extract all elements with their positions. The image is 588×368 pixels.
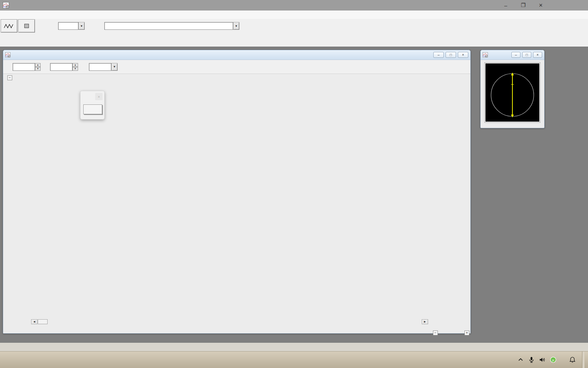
avg-input[interactable] — [58, 22, 78, 30]
spectrum-maximize-icon[interactable]: □ — [446, 52, 456, 58]
collapse-plot-icon[interactable]: − — [7, 75, 12, 80]
phase-scope-display — [485, 63, 540, 122]
stereo-scope-window: SC – □ × — [480, 50, 545, 128]
svg-text:µ: µ — [552, 358, 554, 362]
stop-dialog-stop-button[interactable] — [83, 104, 102, 114]
microphone-icon[interactable] — [528, 356, 535, 363]
transport-toolbar: ▼ ▼ — [0, 19, 588, 33]
svg-text:SC: SC — [485, 55, 487, 57]
svg-text:SC: SC — [8, 55, 10, 57]
spectrum-minimize-icon[interactable]: – — [433, 52, 444, 58]
avg-dropdown-arrow-icon[interactable]: ▼ — [78, 22, 85, 30]
show-desktop-button[interactable] — [582, 352, 584, 368]
taskbar: µ — [0, 351, 588, 368]
stop-square-icon — [21, 23, 32, 29]
spectrum-window: SC – □ × ▲▼ ▲▼ ▼ − — [3, 50, 471, 334]
stop-dialog-close-icon[interactable]: × — [95, 93, 103, 100]
mdi-workspace: SC – □ × ▲▼ ▲▼ ▼ − — [0, 47, 588, 343]
spectraplus-app-icon: SC — [3, 2, 9, 8]
tray-chevron-up-icon[interactable] — [517, 356, 524, 363]
phase-correlation-needle — [511, 73, 514, 117]
plot-range-input[interactable] — [50, 63, 72, 71]
system-tray: µ — [517, 352, 586, 368]
status-bar — [0, 343, 588, 351]
svg-text:SC: SC — [6, 6, 8, 8]
scope-close-icon[interactable]: × — [533, 52, 542, 58]
expand-panel-icon[interactable]: + — [464, 330, 469, 335]
notifications-bell-icon[interactable] — [569, 356, 576, 363]
load-configuration-dropdown-arrow-icon[interactable]: ▼ — [233, 22, 239, 30]
spectrum-window-titlebar[interactable]: SC – □ × — [3, 50, 470, 60]
chart-area: − ◀ ▶ − + — [3, 74, 470, 333]
load-configuration-input[interactable] — [104, 22, 233, 30]
scope-window-titlebar[interactable]: SC – □ × — [481, 50, 544, 60]
app-titlebar: SC – ❐ × — [0, 0, 588, 11]
plot-top-input[interactable] — [13, 63, 35, 71]
scope-window-icon: SC — [483, 52, 488, 57]
scrollbar-thumb[interactable] — [38, 319, 48, 324]
run-button[interactable] — [1, 19, 18, 33]
spectrum-toolbar: ▲▼ ▲▼ ▼ — [3, 60, 470, 74]
scroll-right-icon[interactable]: ▶ — [422, 319, 428, 324]
icon-toolbar — [0, 33, 588, 47]
collapse-meter-icon[interactable]: − — [433, 330, 438, 335]
close-icon[interactable]: × — [532, 0, 550, 11]
stop-button[interactable] — [18, 19, 35, 33]
menu-bar — [0, 11, 588, 19]
plot-top-spinner[interactable]: ▲▼ — [35, 63, 41, 71]
scope-minimize-icon[interactable]: – — [511, 52, 520, 58]
stop-dialog: × — [80, 91, 105, 120]
scroll-left-icon[interactable]: ◀ — [31, 319, 37, 324]
speaker-icon[interactable] — [539, 356, 546, 363]
scope-maximize-icon[interactable]: □ — [522, 52, 531, 58]
utorrent-tray-icon[interactable]: µ — [550, 356, 556, 363]
plot-range-spinner[interactable]: ▲▼ — [72, 63, 78, 71]
spectrum-window-icon: SC — [5, 52, 10, 57]
minimize-icon[interactable]: – — [497, 0, 514, 11]
spectrum-close-icon[interactable]: × — [458, 52, 468, 58]
desktop: SC – ❐ × ▼ ▼ SC — [0, 0, 588, 368]
waveform-icon — [4, 23, 14, 29]
peak-hold-select[interactable] — [89, 63, 111, 71]
peak-hold-dropdown-arrow-icon[interactable]: ▼ — [111, 63, 118, 71]
restore-icon[interactable]: ❐ — [514, 0, 532, 11]
